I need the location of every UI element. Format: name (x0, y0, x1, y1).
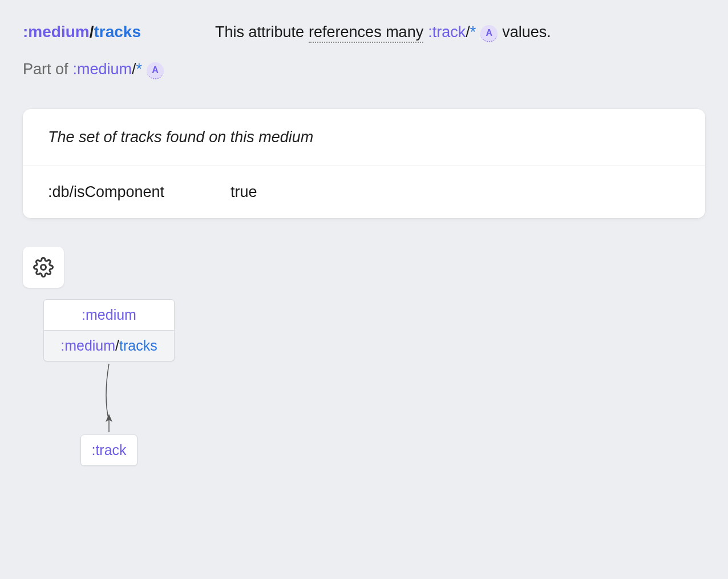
desc-references-many[interactable]: references many (309, 23, 423, 43)
diagram-node-target[interactable]: :track (80, 435, 137, 466)
attribute-doc: The set of tracks found on this medium (48, 128, 680, 146)
desc-suffix: values. (502, 23, 551, 41)
diagram-attr-name: tracks (119, 337, 157, 353)
desc-ref-target[interactable]: :track/* (428, 23, 476, 41)
svg-point-0 (41, 265, 46, 270)
diagram-target-label: :track (91, 442, 126, 458)
part-of-ns: :medium (73, 61, 132, 78)
attribute-badge-icon[interactable]: A (480, 25, 498, 42)
arrow-icon (102, 364, 116, 432)
page-title: :medium/tracks (23, 23, 141, 41)
part-of-row: Part of :medium/* A (23, 61, 164, 81)
title-name[interactable]: tracks (94, 23, 141, 41)
attribute-badge-icon[interactable]: A (147, 62, 164, 79)
attribute-description: This attribute references many :track/* … (215, 23, 551, 43)
diagram-node-source[interactable]: :medium (43, 299, 175, 331)
diagram-source-label: :medium (82, 307, 136, 323)
part-of-ref[interactable]: :medium/* (73, 61, 143, 78)
property-key: :db/isComponent (48, 183, 230, 201)
relationship-diagram: :medium :medium/tracks :track (43, 299, 215, 466)
diagram-attr-ns: :medium (60, 337, 115, 353)
gear-icon (33, 257, 54, 278)
settings-button[interactable] (23, 247, 64, 288)
title-ns[interactable]: :medium (23, 23, 90, 41)
attribute-card: The set of tracks found on this medium :… (23, 109, 705, 218)
desc-ref-wild: * (470, 23, 476, 41)
property-value: true (230, 183, 257, 201)
diagram-node-attribute[interactable]: :medium/tracks (43, 331, 175, 361)
desc-prefix: This attribute (215, 23, 304, 41)
desc-ref-ns: :track (428, 23, 466, 41)
part-of-label: Part of (23, 61, 68, 78)
property-row: :db/isComponent true (23, 166, 705, 218)
part-of-wild: * (136, 61, 143, 78)
diagram-arrow (43, 364, 175, 432)
